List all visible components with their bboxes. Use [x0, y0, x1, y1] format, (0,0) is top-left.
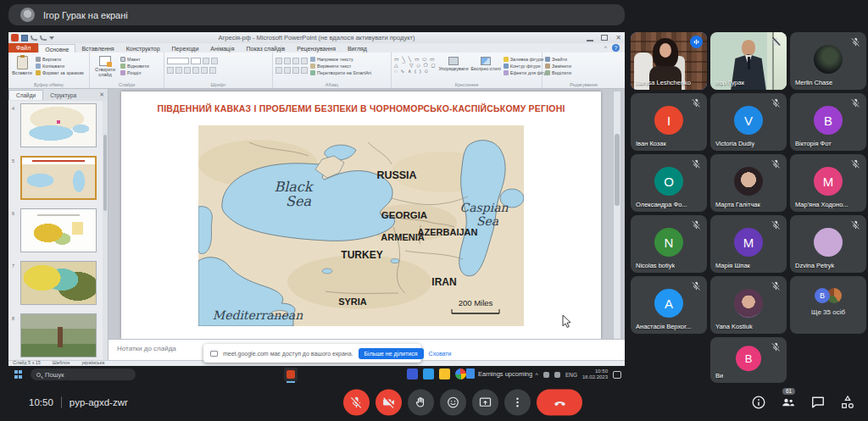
slide-thumbnail-6[interactable] [20, 208, 97, 252]
notifications-icon[interactable] [613, 371, 621, 379]
participant-tile[interactable]: В Вікторія Фот [790, 93, 866, 151]
underline-icon[interactable] [184, 67, 191, 74]
participant-tile[interactable]: N Nicolas botiyk [631, 215, 707, 273]
layout-button[interactable]: Макет [120, 57, 149, 62]
minimize-button[interactable] [587, 33, 593, 42]
align-right-icon[interactable] [292, 67, 299, 74]
close-button[interactable]: ✕ [615, 33, 621, 42]
meeting-details-button[interactable] [750, 394, 767, 411]
bold-icon[interactable] [167, 67, 174, 74]
leave-call-button[interactable] [537, 389, 582, 415]
reactions-button[interactable] [440, 389, 466, 415]
start-button[interactable] [14, 370, 23, 379]
raise-hand-button[interactable] [408, 389, 434, 415]
line-spacing-icon[interactable] [301, 58, 308, 64]
new-slide-button[interactable]: Створити слайд [92, 54, 118, 80]
shrink-font-icon[interactable] [211, 58, 218, 64]
tab-slideshow[interactable]: Показ слайдів [240, 44, 291, 53]
quick-styles-button[interactable]: Експрес-стилі [470, 54, 500, 80]
participant-tile[interactable]: Yana Kostiuk [710, 276, 787, 334]
panel-tab-outline[interactable]: Структура [43, 91, 83, 100]
slide-thumbnail-8[interactable] [20, 313, 97, 357]
indent-icon[interactable] [292, 58, 299, 64]
more-options-button[interactable] [504, 389, 531, 415]
text-direction-button[interactable]: Напрямок тексту [310, 57, 371, 62]
tab-view[interactable]: Вигляд [342, 44, 373, 53]
tray-icon[interactable] [554, 372, 560, 378]
tab-animations[interactable]: Анімація [204, 44, 240, 53]
shapes-gallery[interactable]: ▭ ╲ ╲ ▭ ⬭ ▭ △ ⌒ ▽ ◇ ⬠ ◻ ◌ ∿ ∧ ( ) ✩ [394, 54, 436, 80]
participant-tile[interactable]: І Іван Козак [631, 93, 707, 151]
cut-button[interactable]: Вирізати [36, 57, 84, 62]
maximize-button[interactable] [601, 35, 608, 41]
panel-close-icon[interactable]: ✕ [99, 91, 104, 98]
slide-thumbnail-5-selected[interactable] [20, 156, 97, 200]
taskbar-powerpoint-icon[interactable] [284, 368, 298, 381]
tray-icon[interactable] [543, 372, 549, 378]
panel-tab-slides[interactable]: Слайди [8, 90, 43, 100]
reset-button[interactable]: Відновити [120, 64, 149, 69]
participant-tile[interactable]: А Анастасія Верхог... [631, 276, 707, 334]
align-text-button[interactable]: Вирівняти текст [310, 64, 371, 69]
bullets-icon[interactable] [275, 58, 282, 64]
participant-tile[interactable]: Dzvina Petryk [790, 215, 866, 273]
grow-font-icon[interactable] [203, 58, 209, 64]
participant-tile-igor[interactable]: Ігор Гурак [710, 32, 787, 90]
participant-tile-larysa[interactable]: Larysa Leshchenko [631, 32, 707, 90]
font-color-icon[interactable] [209, 67, 216, 74]
tab-home[interactable]: Основне [38, 44, 75, 53]
mic-toggle-button[interactable] [343, 389, 370, 415]
text-shadow-icon[interactable] [201, 67, 208, 74]
hide-link[interactable]: Сховати [429, 351, 452, 357]
format-painter-button[interactable]: Формат за зразком [36, 70, 84, 75]
align-left-icon[interactable] [275, 67, 282, 74]
tab-insert[interactable]: Вставлення [75, 44, 120, 53]
taskbar-app-icon[interactable] [423, 368, 434, 379]
participant-tile[interactable]: О Олександра Фо... [631, 154, 707, 212]
taskbar-app-icon[interactable] [455, 368, 466, 379]
participant-tile[interactable]: М Мар'яна Ходоно... [790, 154, 866, 212]
tray-expand-icon[interactable]: ^ [536, 372, 538, 378]
tab-design[interactable]: Конструктор [120, 44, 166, 53]
find-button[interactable]: Знайти [545, 57, 571, 62]
numbering-icon[interactable] [284, 58, 291, 64]
help-icon[interactable]: ? [612, 44, 620, 52]
slide-thumbnail-7[interactable] [20, 261, 97, 305]
participant-tile[interactable]: М Марія Шпак [710, 215, 787, 273]
tray-clock[interactable]: 10:5016.02.2023 [582, 368, 608, 380]
participants-button[interactable]: 61 [780, 394, 797, 411]
strikethrough-icon[interactable] [192, 67, 199, 74]
camera-toggle-button[interactable] [376, 389, 402, 415]
slide-scrollbar[interactable] [613, 91, 621, 358]
align-center-icon[interactable] [284, 67, 291, 74]
section-button[interactable]: Розділ [120, 70, 149, 75]
taskbar-app-icon[interactable] [439, 368, 450, 379]
stop-sharing-button[interactable]: Більше не ділитися [359, 348, 424, 359]
tab-file[interactable]: Файл [8, 43, 38, 53]
slide-thumbnail-4[interactable] [20, 103, 97, 147]
participant-tile[interactable]: Марта Галітчак [710, 154, 787, 212]
tab-review[interactable]: Рецензування [291, 44, 342, 53]
taskbar-widget[interactable]: Earnings upcoming [466, 368, 532, 379]
more-participants-tile[interactable]: В Ще 35 осіб [790, 276, 866, 334]
taskbar-app-icon[interactable] [407, 368, 418, 379]
italic-icon[interactable] [175, 67, 182, 74]
replace-button[interactable]: Замінити [545, 64, 571, 69]
present-button[interactable] [472, 389, 498, 415]
panel-scrollbar[interactable] [103, 101, 108, 360]
taskbar-search[interactable]: Пошук [31, 368, 136, 380]
font-name-box[interactable] [167, 58, 189, 64]
tab-transitions[interactable]: Переходи [166, 44, 205, 53]
participant-tile-merlin[interactable]: Merlin Chase [790, 32, 866, 90]
paste-button[interactable]: Вставити [11, 54, 33, 80]
font-size-box[interactable] [191, 58, 201, 64]
copy-button[interactable]: Копіювати [36, 64, 84, 69]
arrange-button[interactable]: Упорядкувати [438, 54, 468, 80]
activities-button[interactable] [839, 394, 856, 411]
ribbon-collapse-icon[interactable]: ^ [604, 45, 607, 51]
tray-language[interactable]: ENG [565, 372, 577, 378]
justify-icon[interactable] [301, 67, 308, 74]
participant-tile[interactable]: V Victoria Dudiy [710, 93, 787, 151]
smartart-button[interactable]: Перетворити на SmartArt [310, 70, 371, 75]
self-view-tile[interactable]: В Ви [710, 337, 787, 383]
